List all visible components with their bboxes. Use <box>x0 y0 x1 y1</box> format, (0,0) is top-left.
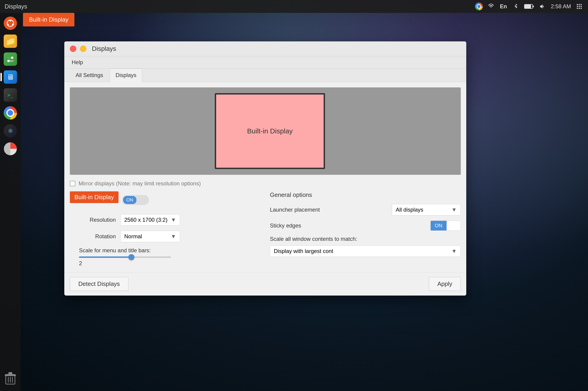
display-name-badge[interactable]: Built-in Display <box>70 191 119 203</box>
scale-window-value: Display with largest cont <box>274 248 333 254</box>
chrome-topbar-icon[interactable] <box>475 2 483 10</box>
apply-button[interactable]: Apply <box>429 277 461 291</box>
general-options-title: General options <box>270 191 461 198</box>
svg-point-4 <box>9 19 11 21</box>
svg-point-10 <box>7 60 10 62</box>
volume-icon[interactable] <box>538 2 547 10</box>
battery-icon[interactable] <box>524 3 534 9</box>
sticky-edges-row: Sticky edges ON <box>270 221 461 231</box>
launcher-value: All displays <box>396 206 423 213</box>
sidebar-item-chrome[interactable] <box>2 105 18 121</box>
svg-rect-14 <box>8 372 12 375</box>
resolution-dropdown-arrow: ▼ <box>171 217 176 223</box>
sidebar-item-displays[interactable]: 🖥 <box>2 69 18 85</box>
sidebar-item-terminal[interactable]: >_ <box>2 87 18 103</box>
tab-all-settings[interactable]: All Settings <box>70 69 109 82</box>
rotation-label: Rotation <box>70 233 120 240</box>
slider-container <box>70 256 261 258</box>
app-titlebar-button[interactable]: Built-in Display <box>23 13 74 26</box>
rotation-dropdown-arrow: ▼ <box>171 233 176 240</box>
scale-slider[interactable] <box>79 256 171 258</box>
resolution-label: Resolution <box>70 217 120 223</box>
keyboard-en-icon[interactable]: En <box>499 2 508 10</box>
topbar-title: Displays <box>4 3 27 10</box>
topbar-left: Displays <box>4 3 27 10</box>
rotation-value: Normal <box>124 233 142 240</box>
sidebar-item-usage[interactable] <box>2 141 18 157</box>
launcher-dropdown-arrow: ▼ <box>451 206 457 213</box>
sticky-edges-label: Sticky edges <box>270 222 430 229</box>
dialog-menubar: Help <box>64 56 466 69</box>
scale-window-select[interactable]: Display with largest cont ▼ <box>270 245 461 257</box>
display-toggle[interactable]: ON <box>122 195 149 205</box>
detect-displays-button[interactable]: Detect Displays <box>70 277 129 291</box>
topbar-time: 2:58 AM <box>551 3 571 10</box>
dialog-title: Displays <box>92 45 116 52</box>
atom-icon: ⚛ <box>4 124 17 138</box>
apps-grid-icon[interactable] <box>575 2 584 10</box>
mirror-label: Mirror displays (Note: may limit resolut… <box>78 180 201 187</box>
window-minimize-button[interactable] <box>80 46 86 52</box>
toggle-off-area <box>136 196 148 204</box>
displays-dialog: Displays Help All Settings Displays Buil… <box>64 41 466 295</box>
scale-value: 2 <box>70 259 261 267</box>
rotation-select[interactable]: Normal ▼ <box>120 231 180 242</box>
mirror-checkbox[interactable] <box>70 181 75 186</box>
svg-rect-1 <box>524 4 531 8</box>
resolution-value: 2560 x 1700 (3:2) <box>124 217 167 223</box>
dialog-footer: Detect Displays Apply <box>64 272 466 295</box>
ubuntu-icon <box>4 16 17 30</box>
sidebar-item-files[interactable]: 📁 <box>2 33 18 49</box>
chrome-icon <box>4 106 17 120</box>
toggle-on-label: ON <box>123 196 136 204</box>
toggle-icon <box>4 52 17 66</box>
terminal-icon: >_ <box>4 88 17 102</box>
scale-window-label: Scale all window contents to match: <box>270 236 461 242</box>
launcher-row: Launcher placement All displays ▼ <box>270 204 461 215</box>
sticky-off-area <box>447 221 460 230</box>
scale-window-section: Scale all window contents to match: Disp… <box>270 236 461 257</box>
menu-item-help[interactable]: Help <box>70 58 85 67</box>
rotation-row: Rotation Normal ▼ <box>70 231 261 242</box>
bluetooth-icon[interactable] <box>512 2 520 10</box>
svg-rect-2 <box>533 5 534 7</box>
mirror-row: Mirror displays (Note: may limit resolut… <box>64 180 466 191</box>
left-panel: Built-in Display ON Resolution 2560 x 17… <box>70 191 261 267</box>
resolution-select[interactable]: 2560 x 1700 (3:2) ▼ <box>120 214 180 226</box>
svg-rect-13 <box>5 375 16 376</box>
sidebar-item-ubuntu[interactable] <box>2 15 18 31</box>
dialog-tabs: All Settings Displays <box>64 69 466 82</box>
svg-point-5 <box>7 24 9 25</box>
wifi-icon[interactable] <box>487 2 495 10</box>
desktop: Displays En <box>0 0 588 391</box>
display-screen[interactable]: Built-in Display <box>215 93 325 169</box>
sticky-on-label: ON <box>431 221 447 230</box>
dialog-content: Built-in Display ON Resolution 2560 x 17… <box>64 191 466 272</box>
topbar: Displays En <box>0 0 588 13</box>
launcher-label: Launcher placement <box>270 206 392 213</box>
scale-window-arrow: ▼ <box>451 248 457 254</box>
pie-icon <box>4 142 17 156</box>
sticky-edges-toggle[interactable]: ON <box>430 221 461 231</box>
folder-icon: 📁 <box>4 34 17 48</box>
topbar-right: En 2:58 <box>475 2 584 10</box>
display-screen-label: Built-in Display <box>247 127 293 135</box>
svg-point-8 <box>11 57 13 59</box>
sidebar-item-trash[interactable] <box>2 370 18 387</box>
sidebar-item-settings[interactable] <box>2 51 18 67</box>
dialog-titlebar: Displays <box>64 41 466 56</box>
sidebar: 📁 🖥 >_ ⚛ <box>0 13 21 391</box>
resolution-row: Resolution 2560 x 1700 (3:2) ▼ <box>70 214 261 226</box>
launcher-select[interactable]: All displays ▼ <box>392 204 461 215</box>
right-panel: General options Launcher placement All d… <box>270 191 461 267</box>
scale-section: Scale for menu and title bars: 2 <box>70 247 261 267</box>
sidebar-item-atom[interactable]: ⚛ <box>2 123 18 139</box>
scale-label: Scale for menu and title bars: <box>70 247 261 254</box>
svg-point-6 <box>12 24 14 25</box>
display-preview-area: Built-in Display <box>70 87 461 175</box>
window-close-button[interactable] <box>70 46 76 52</box>
monitor-icon: 🖥 <box>4 70 17 84</box>
tab-displays[interactable]: Displays <box>110 69 142 82</box>
slider-thumb[interactable] <box>129 254 134 260</box>
